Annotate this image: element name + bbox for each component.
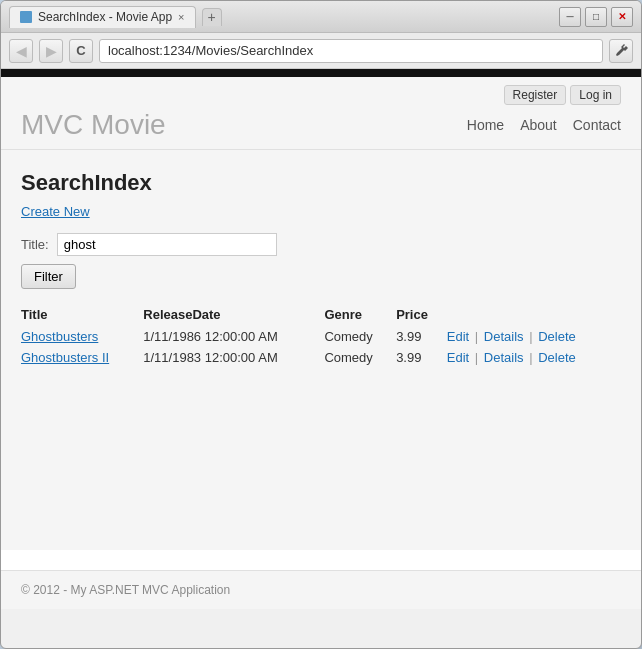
table-row: Ghostbusters 1/11/1986 12:00:00 AM Comed… bbox=[21, 326, 621, 347]
movies-table: Title ReleaseDate Genre Price Ghostbuste… bbox=[21, 303, 621, 368]
details-link[interactable]: Details bbox=[484, 350, 524, 365]
back-button[interactable]: ◀ bbox=[9, 39, 33, 63]
forward-button[interactable]: ▶ bbox=[39, 39, 63, 63]
header-auth-row: Register Log in bbox=[21, 85, 621, 105]
col-title: Title bbox=[21, 303, 143, 326]
col-genre: Genre bbox=[324, 303, 396, 326]
tab-close-button[interactable]: × bbox=[178, 11, 184, 23]
minimize-button[interactable]: ─ bbox=[559, 7, 581, 27]
movie-price-cell: 3.99 bbox=[396, 326, 447, 347]
movie-title-link[interactable]: Ghostbusters II bbox=[21, 350, 109, 365]
col-release-date: ReleaseDate bbox=[143, 303, 324, 326]
nav-home[interactable]: Home bbox=[467, 117, 504, 133]
main-content: SearchIndex Create New Title: Filter Tit… bbox=[1, 150, 641, 550]
movie-title-cell: Ghostbusters II bbox=[21, 347, 143, 368]
nav-contact[interactable]: Contact bbox=[573, 117, 621, 133]
movie-actions-cell: Edit | Details | Delete bbox=[447, 347, 621, 368]
separator: | bbox=[529, 329, 532, 344]
url-text: localhost:1234/Movies/SearchIndex bbox=[108, 43, 313, 58]
create-new-link[interactable]: Create New bbox=[21, 204, 621, 219]
edit-link[interactable]: Edit bbox=[447, 329, 469, 344]
navigation-bar: ◀ ▶ C localhost:1234/Movies/SearchIndex bbox=[1, 33, 641, 69]
title-bar: SearchIndex - Movie App × + ─ □ ✕ bbox=[1, 1, 641, 33]
window-controls: ─ □ ✕ bbox=[559, 7, 633, 27]
filter-button[interactable]: Filter bbox=[21, 264, 76, 289]
delete-link[interactable]: Delete bbox=[538, 350, 576, 365]
search-input[interactable] bbox=[57, 233, 277, 256]
separator: | bbox=[475, 329, 478, 344]
header-nav-row: MVC Movie Home About Contact bbox=[21, 109, 621, 149]
movie-genre-cell: Comedy bbox=[324, 326, 396, 347]
separator: | bbox=[529, 350, 532, 365]
search-row: Title: bbox=[21, 233, 621, 256]
browser-tab[interactable]: SearchIndex - Movie App × bbox=[9, 6, 196, 28]
table-header-row: Title ReleaseDate Genre Price bbox=[21, 303, 621, 326]
browser-window: SearchIndex - Movie App × + ─ □ ✕ ◀ ▶ C … bbox=[0, 0, 642, 649]
movie-genre-cell: Comedy bbox=[324, 347, 396, 368]
delete-link[interactable]: Delete bbox=[538, 329, 576, 344]
movie-price-cell: 3.99 bbox=[396, 347, 447, 368]
site-footer: © 2012 - My ASP.NET MVC Application bbox=[1, 570, 641, 609]
tab-favicon-icon bbox=[20, 11, 32, 23]
table-row: Ghostbusters II 1/11/1983 12:00:00 AM Co… bbox=[21, 347, 621, 368]
wrench-icon bbox=[614, 44, 628, 58]
site-logo: MVC Movie bbox=[21, 109, 166, 141]
new-tab-button[interactable]: + bbox=[202, 8, 222, 26]
details-link[interactable]: Details bbox=[484, 329, 524, 344]
nav-about[interactable]: About bbox=[520, 117, 557, 133]
movie-title-link[interactable]: Ghostbusters bbox=[21, 329, 98, 344]
close-button[interactable]: ✕ bbox=[611, 7, 633, 27]
maximize-button[interactable]: □ bbox=[585, 7, 607, 27]
site-nav: Home About Contact bbox=[467, 117, 621, 133]
separator: | bbox=[475, 350, 478, 365]
login-button[interactable]: Log in bbox=[570, 85, 621, 105]
browser-tools-button[interactable] bbox=[609, 39, 633, 63]
app-content: Register Log in MVC Movie Home About Con… bbox=[1, 69, 641, 609]
refresh-button[interactable]: C bbox=[69, 39, 93, 63]
page-title: SearchIndex bbox=[21, 170, 621, 196]
top-accent-bar bbox=[1, 69, 641, 77]
site-header: Register Log in MVC Movie Home About Con… bbox=[1, 77, 641, 150]
col-price: Price bbox=[396, 303, 447, 326]
movie-release-date-cell: 1/11/1983 12:00:00 AM bbox=[143, 347, 324, 368]
movie-title-cell: Ghostbusters bbox=[21, 326, 143, 347]
tab-title: SearchIndex - Movie App bbox=[38, 10, 172, 24]
movie-actions-cell: Edit | Details | Delete bbox=[447, 326, 621, 347]
col-actions bbox=[447, 303, 621, 326]
search-label: Title: bbox=[21, 237, 49, 252]
register-button[interactable]: Register bbox=[504, 85, 567, 105]
address-bar[interactable]: localhost:1234/Movies/SearchIndex bbox=[99, 39, 603, 63]
edit-link[interactable]: Edit bbox=[447, 350, 469, 365]
movie-release-date-cell: 1/11/1986 12:00:00 AM bbox=[143, 326, 324, 347]
footer-text: © 2012 - My ASP.NET MVC Application bbox=[21, 583, 230, 597]
